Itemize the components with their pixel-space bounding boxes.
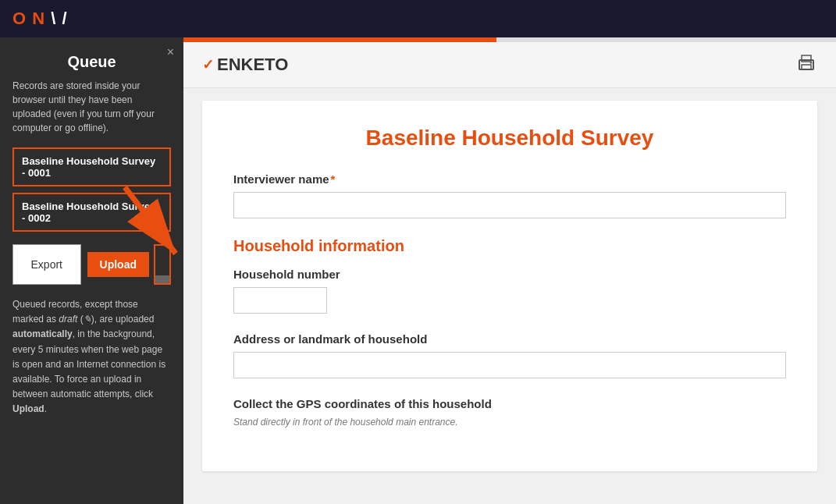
export-button[interactable]: Export	[12, 244, 81, 285]
interviewer-field: Interviewer name*	[233, 172, 786, 218]
logo-o: O	[12, 9, 27, 28]
logo-backslash: \	[51, 9, 56, 28]
household-number-label: Household number	[233, 268, 786, 281]
enketo-logo-text: ENKETO	[217, 55, 288, 75]
queue-footer: Queued records, except those marked as d…	[12, 297, 171, 417]
required-star: *	[331, 172, 336, 186]
topbar: O N \ /	[0, 0, 836, 37]
main-layout: × Queue Records are stored inside your b…	[0, 37, 836, 504]
upload-progress-bar	[154, 244, 171, 285]
upload-progress-fill	[155, 275, 169, 283]
enketo-checkmark: ✓	[202, 56, 214, 73]
form-title: Baseline Household Survey	[233, 126, 786, 151]
household-section-title: Household information	[233, 237, 786, 255]
survey-item-2[interactable]: Baseline Household Survey - 0002	[12, 193, 171, 232]
logo-slash: /	[62, 9, 68, 28]
queue-title: Queue	[12, 53, 171, 71]
household-number-input[interactable]	[233, 287, 327, 314]
enketo-logo: ✓ ENKETO	[202, 55, 288, 75]
ona-logo: O N \ /	[12, 9, 68, 29]
form-content: Baseline Household Survey Interviewer na…	[202, 101, 817, 471]
survey-item-1[interactable]: Baseline Household Survey - 0001	[12, 147, 171, 186]
close-button[interactable]: ×	[167, 45, 174, 59]
interviewer-label: Interviewer name*	[233, 172, 786, 186]
upload-button[interactable]: Upload	[87, 252, 149, 277]
print-icon[interactable]	[795, 51, 817, 78]
address-field: Address or landmark of household	[233, 332, 786, 378]
gps-subtitle: Stand directly in front of the household…	[233, 417, 786, 428]
address-label: Address or landmark of household	[233, 332, 786, 346]
gps-field: Collect the GPS coordinates of this hous…	[233, 397, 786, 428]
interviewer-input[interactable]	[233, 192, 786, 218]
action-buttons: Export Upload	[12, 244, 171, 285]
queue-description: Records are stored inside your browser u…	[12, 79, 171, 135]
svg-point-3	[810, 62, 812, 63]
household-number-field: Household number	[233, 268, 786, 314]
gps-label: Collect the GPS coordinates of this hous…	[233, 397, 786, 410]
address-input[interactable]	[233, 352, 786, 378]
household-section: Household information Household number A…	[233, 237, 786, 428]
content-area: ✓ ENKETO Baseline Household Survey Inter…	[183, 37, 836, 504]
enketo-header: ✓ ENKETO	[183, 42, 836, 88]
logo-n: N	[32, 9, 45, 28]
upload-wrapper: Upload	[87, 244, 171, 285]
queue-sidebar: × Queue Records are stored inside your b…	[0, 37, 183, 504]
